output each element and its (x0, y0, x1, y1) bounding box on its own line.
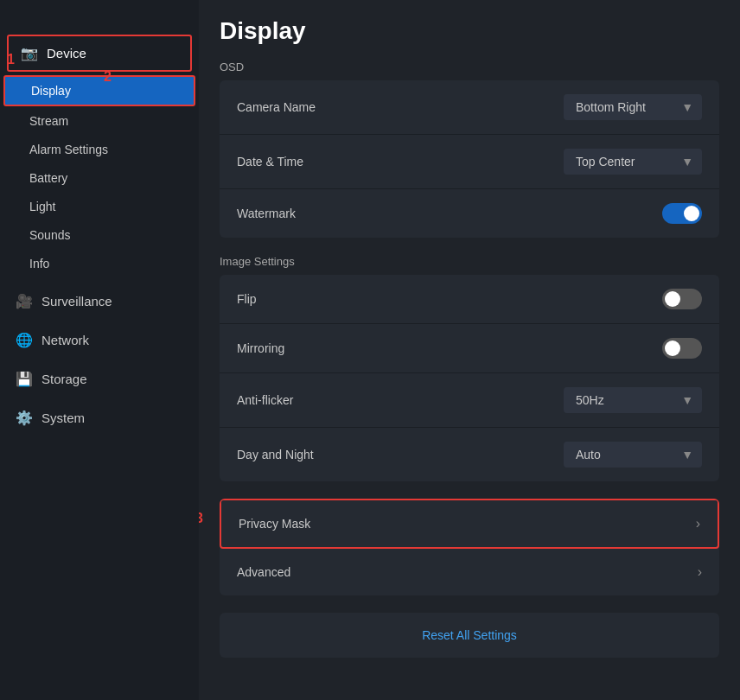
nav-card: Privacy Mask › Advanced › (220, 499, 719, 595)
flip-row: Flip (220, 275, 719, 324)
mirroring-slider (662, 338, 702, 359)
page-title: Display (220, 17, 719, 45)
watermark-toggle[interactable] (662, 203, 702, 224)
day-night-select[interactable]: Auto Day Night (564, 442, 702, 468)
osd-section-label: OSD (220, 60, 719, 73)
surveillance-label: Surveillance (41, 294, 112, 309)
anti-flicker-select-wrapper: 50Hz 60Hz Off ▼ (564, 387, 702, 413)
device-icon: 📷 (21, 45, 38, 61)
mirroring-label: Mirroring (237, 341, 284, 355)
date-time-select-wrapper: Top Center Top Left Bottom Center Off ▼ (564, 149, 702, 175)
osd-card: Camera Name Bottom Right Bottom Left Top… (220, 80, 719, 238)
date-time-select[interactable]: Top Center Top Left Bottom Center Off (564, 149, 702, 175)
camera-name-select[interactable]: Bottom Right Bottom Left Top Right Top L… (564, 94, 702, 120)
watermark-row: Watermark (220, 189, 719, 238)
sidebar-item-sounds[interactable]: Sounds (3, 221, 195, 249)
sidebar-item-surveillance[interactable]: 🎥 Surveillance (3, 283, 195, 320)
anti-flicker-row: Anti-flicker 50Hz 60Hz Off ▼ (220, 373, 719, 428)
day-night-label: Day and Night (237, 448, 314, 461)
date-time-row: Date & Time Top Center Top Left Bottom C… (220, 135, 719, 189)
sidebar-item-alarm[interactable]: Alarm Settings (3, 136, 195, 163)
privacy-mask-arrow: › (696, 516, 700, 531)
sidebar-item-info[interactable]: Info (3, 250, 195, 277)
device-group-label: Device (47, 46, 86, 60)
advanced-row[interactable]: Advanced › (220, 549, 719, 595)
sidebar-item-system[interactable]: ⚙️ System (3, 399, 195, 436)
system-icon: ⚙️ (16, 410, 33, 426)
flip-toggle[interactable] (662, 289, 702, 309)
main-content: Display OSD Camera Name Bottom Right Bot… (199, 0, 740, 700)
advanced-arrow: › (698, 564, 702, 580)
annotation-1: 1 (7, 52, 15, 67)
sidebar-item-storage[interactable]: 💾 Storage (3, 360, 195, 398)
camera-name-select-wrapper: Bottom Right Bottom Left Top Right Top L… (564, 94, 702, 120)
annotation-3: 3 (199, 511, 203, 526)
privacy-mask-row[interactable]: Privacy Mask › (220, 499, 719, 549)
reset-section: Reset All Settings (220, 613, 719, 658)
mirroring-toggle[interactable] (662, 338, 702, 359)
storage-label: Storage (41, 372, 87, 386)
system-label: System (41, 410, 85, 425)
sidebar-item-display[interactable]: Display (3, 75, 195, 106)
privacy-mask-label: Privacy Mask (239, 517, 310, 531)
camera-name-row: Camera Name Bottom Right Bottom Left Top… (220, 80, 719, 135)
date-time-label: Date & Time (237, 155, 303, 169)
device-group-header[interactable]: 📷 Device (7, 35, 192, 72)
image-settings-label: Image Settings (220, 255, 719, 268)
sidebar-item-light[interactable]: Light (3, 193, 195, 220)
device-group: 📷 Device Display Stream Alarm Settings B… (0, 35, 199, 277)
flip-label: Flip (237, 292, 257, 306)
image-settings-card: Flip Mirroring Anti-flicker 50Hz 60Hz Of… (220, 275, 719, 481)
surveillance-icon: 🎥 (16, 293, 33, 309)
sidebar-item-battery[interactable]: Battery (3, 164, 195, 192)
storage-icon: 💾 (16, 371, 33, 387)
flip-slider (662, 289, 702, 309)
camera-name-label: Camera Name (237, 100, 316, 114)
day-night-select-wrapper: Auto Day Night ▼ (564, 442, 702, 468)
network-icon: 🌐 (16, 332, 33, 348)
reset-all-button[interactable]: Reset All Settings (422, 628, 517, 642)
network-label: Network (41, 333, 89, 347)
sidebar-item-network[interactable]: 🌐 Network (3, 321, 195, 359)
anti-flicker-label: Anti-flicker (237, 393, 293, 407)
watermark-label: Watermark (237, 207, 296, 220)
day-night-row: Day and Night Auto Day Night ▼ (220, 428, 719, 481)
annotation-2: 2 (104, 69, 112, 85)
watermark-slider (662, 203, 702, 224)
anti-flicker-select[interactable]: 50Hz 60Hz Off (564, 387, 702, 413)
advanced-label: Advanced (237, 565, 290, 579)
mirroring-row: Mirroring (220, 324, 719, 373)
sidebar-item-stream[interactable]: Stream (3, 107, 195, 135)
